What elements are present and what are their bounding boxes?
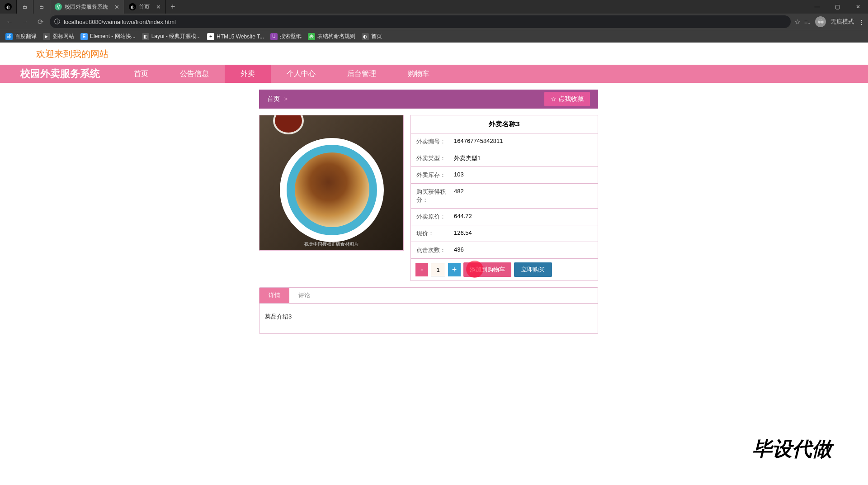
nav-cart[interactable]: 购物车: [392, 65, 445, 83]
bookmark-icon: ◧: [142, 33, 149, 40]
info-icon: ⓘ: [54, 18, 60, 26]
field-label: 外卖类型：: [411, 150, 454, 166]
field-label: 外卖原价：: [411, 209, 454, 225]
bookmark-label: 表结构命名规则: [317, 33, 355, 40]
bookmark-label: 百度翻译: [15, 33, 37, 40]
browser-tab[interactable]: ◐ 首页 ✕: [124, 0, 166, 14]
star-icon: ☆: [551, 95, 557, 103]
reload-button[interactable]: ⟳: [34, 16, 46, 28]
bookmark-icon: 译: [5, 33, 13, 40]
favorite-button[interactable]: ☆ 点我收藏: [544, 92, 590, 106]
ripple-effect: [466, 261, 483, 278]
field-value: 126.54: [454, 225, 472, 242]
nav-takeout[interactable]: 外卖: [225, 65, 271, 83]
nav-notice[interactable]: 公告信息: [164, 65, 225, 83]
product-image: 视觉中国授权正版食材图片: [259, 115, 404, 251]
bookmark-item[interactable]: 译百度翻译: [5, 33, 37, 40]
bookmark-label: 图标网站: [52, 33, 74, 40]
bookmark-item[interactable]: 表表结构命名规则: [308, 33, 355, 40]
nav-home[interactable]: 首页: [118, 65, 164, 83]
top-nav: 校园外卖服务系统 首页 公告信息 外卖 个人中心 后台管理 购物车: [0, 65, 868, 83]
bookmark-icon: U: [270, 33, 278, 40]
incognito-label: 无痕模式: [830, 18, 854, 26]
globe-icon: ◐: [5, 3, 12, 10]
detail-tabs: 详情 评论 菜品介绍3: [259, 287, 598, 334]
tab-title: 首页: [139, 3, 150, 11]
reading-list-icon[interactable]: ≡↓: [804, 19, 811, 25]
bookmark-icon: ✦: [207, 33, 214, 40]
breadcrumb-home[interactable]: 首页: [267, 95, 280, 103]
close-icon[interactable]: ✕: [156, 4, 161, 10]
nav-user-center[interactable]: 个人中心: [271, 65, 331, 83]
watermark-text: 毕设代做: [752, 436, 832, 462]
bookmark-item[interactable]: EElement - 网站快...: [80, 33, 136, 40]
globe-icon: ◐: [362, 33, 369, 40]
tab-comment[interactable]: 评论: [289, 288, 319, 303]
breadcrumb-bar: 首页 > ☆ 点我收藏: [259, 90, 598, 109]
address-bar[interactable]: ⓘ localhost:8080/waimaifuwu/front/index.…: [50, 15, 791, 28]
bookmark-label: Layui - 经典开源模...: [151, 33, 201, 40]
bookmark-icon: 表: [308, 33, 315, 40]
tab-title: 校园外卖服务系统: [65, 3, 108, 11]
bookmark-label: Element - 网站快...: [90, 33, 136, 40]
maximize-button[interactable]: ▢: [827, 0, 848, 14]
browser-tab[interactable]: 🗀: [33, 0, 50, 14]
bookmark-item[interactable]: ►图标网站: [43, 33, 74, 40]
welcome-text: 欢迎来到我的网站: [0, 43, 868, 65]
forward-button[interactable]: →: [19, 16, 31, 28]
chevron-right-icon: >: [284, 96, 288, 102]
site-brand: 校园外卖服务系统: [0, 67, 118, 81]
field-value: 外卖类型1: [454, 150, 481, 166]
bookmark-item[interactable]: ◐首页: [362, 33, 382, 40]
bookmark-item[interactable]: U搜索壁纸: [270, 33, 302, 40]
detail-content: 菜品介绍3: [259, 304, 598, 333]
field-label: 外卖库存：: [411, 167, 454, 183]
menu-icon[interactable]: ⋮: [859, 19, 864, 25]
image-caption: 视觉中国授权正版食材图片: [259, 241, 403, 247]
field-value: 644.72: [454, 209, 472, 225]
globe-icon: ◐: [129, 3, 136, 10]
field-label: 外卖编号：: [411, 133, 454, 150]
field-value: 103: [454, 167, 464, 183]
bookmark-label: HTML5 Website T...: [217, 33, 264, 40]
url-text: localhost:8080/waimaifuwu/front/index.ht…: [64, 19, 176, 25]
bookmark-icon: E: [80, 33, 88, 40]
qty-plus-button[interactable]: +: [448, 263, 461, 276]
minimize-button[interactable]: —: [807, 0, 827, 14]
close-window-button[interactable]: ✕: [848, 0, 868, 14]
quantity-input[interactable]: [431, 263, 445, 276]
tab-detail[interactable]: 详情: [259, 288, 289, 303]
browser-tab[interactable]: ◐: [0, 0, 17, 14]
field-label: 点击次数：: [411, 242, 454, 258]
bookmark-label: 首页: [371, 33, 382, 40]
nav-admin[interactable]: 后台管理: [331, 65, 392, 83]
browser-tab[interactable]: 🗀: [17, 0, 33, 14]
bookmark-icon: ►: [43, 33, 50, 40]
new-tab-button[interactable]: +: [166, 2, 180, 12]
file-box-icon: 🗀: [21, 3, 28, 10]
field-value: 164767745842811: [454, 133, 503, 150]
field-label: 购买获得积分：: [411, 184, 454, 208]
incognito-icon: 🕶: [815, 16, 826, 27]
qty-minus-button[interactable]: -: [415, 263, 428, 276]
favorite-label: 点我收藏: [558, 95, 584, 103]
browser-tab-active[interactable]: V 校园外卖服务系统 ✕: [50, 0, 124, 14]
bookmark-label: 搜索壁纸: [280, 33, 302, 40]
buy-now-button[interactable]: 立即购买: [514, 262, 552, 277]
back-button[interactable]: ←: [4, 16, 15, 28]
vue-icon: V: [55, 3, 62, 10]
field-label: 现价：: [411, 225, 454, 242]
add-to-cart-button[interactable]: 添加到购物车: [463, 262, 511, 277]
field-value: 436: [454, 242, 464, 258]
product-info-panel: 外卖名称3 外卖编号：164767745842811 外卖类型：外卖类型1 外卖…: [410, 115, 598, 281]
star-icon[interactable]: ☆: [794, 18, 801, 26]
product-title: 外卖名称3: [411, 115, 598, 133]
bookmark-item[interactable]: ◧Layui - 经典开源模...: [142, 33, 201, 40]
field-value: 482: [454, 184, 464, 208]
close-icon[interactable]: ✕: [114, 4, 119, 10]
file-box-icon: 🗀: [38, 3, 45, 10]
bookmark-item[interactable]: ✦HTML5 Website T...: [207, 33, 264, 40]
